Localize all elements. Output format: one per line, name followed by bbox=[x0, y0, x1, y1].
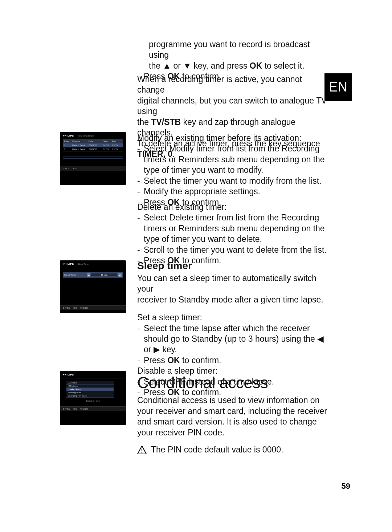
tvstb-keyword: TV/STB bbox=[151, 117, 181, 127]
text: Modify the appropriate settings. bbox=[144, 186, 330, 197]
brand-label: PHILIPS bbox=[60, 132, 77, 137]
list-item: IRD status bbox=[66, 385, 114, 388]
ok-keyword: OK bbox=[167, 356, 180, 365]
text: Select Modify timer from list from the R… bbox=[144, 143, 330, 175]
dash: - bbox=[137, 186, 144, 197]
shot3-buttons: BACK OK MENU bbox=[60, 406, 126, 411]
cell: 1 bbox=[64, 144, 72, 146]
text: Press bbox=[144, 356, 167, 365]
text: key. bbox=[160, 345, 177, 354]
text: Select the time lapse after which the re… bbox=[144, 324, 317, 344]
table-row: 2 Default Servic 25/01/00 03:55 05:55 bbox=[63, 147, 123, 151]
warning-text: The PIN code default value is 0000. bbox=[151, 444, 283, 455]
brand-label: PHILIPS bbox=[60, 371, 77, 376]
text: When a recording timer is active, you ca… bbox=[137, 74, 330, 96]
sleep-timer-value: 15 min bbox=[91, 273, 117, 276]
text: Select Delete timer from list from the R… bbox=[144, 212, 330, 244]
th-prog: Prog bbox=[64, 140, 72, 142]
cell: 03:55 bbox=[103, 148, 112, 150]
svg-point-2 bbox=[142, 452, 143, 453]
text: the bbox=[149, 61, 163, 70]
th-start: Start bbox=[103, 140, 112, 142]
page-number: 59 bbox=[342, 482, 350, 491]
cell: 04:55 bbox=[103, 144, 112, 146]
shot2-buttons: BACK OK MENU bbox=[60, 305, 126, 310]
sleep-timer-label: Sleep Timer bbox=[64, 274, 87, 276]
text: the ▲ or ▼ key, and press OK to select i… bbox=[149, 61, 330, 71]
list-item: Message List bbox=[66, 391, 114, 394]
dash: - bbox=[137, 212, 144, 244]
cell: 25/01/00 bbox=[89, 144, 103, 146]
text: receiver to Standby mode after a given t… bbox=[137, 295, 330, 305]
left-arrow-icon: ◀ bbox=[317, 334, 324, 344]
dash: - bbox=[137, 143, 144, 175]
text: or bbox=[171, 61, 183, 70]
cell: 05:55 bbox=[112, 144, 121, 146]
list-item: Loader Status bbox=[66, 388, 114, 391]
text: Select the time lapse after which the re… bbox=[144, 323, 330, 355]
left-arrow-icon: ◀ bbox=[87, 273, 90, 277]
list-item: CA status bbox=[66, 381, 114, 385]
sleep-timer-heading: Sleep timer bbox=[137, 259, 330, 272]
cell: Default Servic bbox=[72, 144, 89, 146]
table-row bbox=[63, 157, 123, 159]
text: Select the timer you want to modify from… bbox=[144, 176, 330, 186]
cell: 25/01/00 bbox=[89, 148, 103, 150]
th-date: Date bbox=[89, 140, 103, 142]
list-item: Changing PIN code bbox=[66, 394, 114, 398]
ok-keyword: OK bbox=[250, 61, 262, 70]
screenshot-recording-timers: PHILIPS Recording timers Prog Channel Da… bbox=[60, 132, 126, 185]
down-arrow-icon: ▼ bbox=[183, 61, 191, 70]
dash: - bbox=[137, 323, 144, 355]
cell: 2 bbox=[64, 148, 72, 150]
text: or bbox=[144, 345, 154, 354]
cell: 05:55 bbox=[112, 148, 121, 150]
th-end: End bbox=[112, 140, 121, 142]
conditional-access-heading: Conditional access bbox=[137, 373, 330, 393]
shot2-title: Sleep Timer bbox=[77, 263, 89, 265]
brand-label: PHILIPS bbox=[60, 260, 77, 265]
text: programme you want to record is broadcas… bbox=[149, 39, 330, 61]
dash: - bbox=[137, 176, 144, 186]
text: Set a sleep timer: bbox=[137, 312, 330, 323]
text: Delete an existing timer: bbox=[137, 202, 330, 212]
text: You can set a sleep timer to automatical… bbox=[137, 273, 330, 295]
table-row: 1 Default Servic 25/01/00 04:55 05:55 bbox=[63, 143, 123, 147]
dash: - bbox=[137, 245, 144, 255]
text: to confirm. bbox=[180, 356, 221, 365]
text: Conditional access is used to view infor… bbox=[137, 395, 330, 438]
screenshot-conditional-access: PHILIPS CA status IRD status Loader Stat… bbox=[60, 371, 126, 425]
cell: Default Servic bbox=[72, 148, 89, 150]
table-header: Prog Channel Date Start End bbox=[63, 139, 123, 143]
dash: - bbox=[137, 355, 144, 366]
th-channel: Channel bbox=[72, 140, 89, 142]
text: to select it. bbox=[262, 61, 304, 70]
text: Modify an existing timer before its acti… bbox=[137, 133, 330, 143]
up-arrow-icon: ▲ bbox=[163, 61, 171, 70]
text: Press OK to confirm. bbox=[144, 355, 330, 366]
text: the bbox=[137, 117, 151, 127]
text: key, and press bbox=[191, 61, 250, 70]
screenshot-sleep-timer: PHILIPS Sleep Timer Sleep Timer ◀ 15 min… bbox=[60, 260, 126, 313]
right-arrow-icon: ▶ bbox=[118, 273, 122, 277]
text: digital channels, but you can switch to … bbox=[137, 96, 330, 117]
shot1-buttons: BACK OK bbox=[60, 166, 126, 171]
text: Scroll to the timer you want to delete f… bbox=[144, 245, 330, 255]
right-arrow-icon: ▶ bbox=[154, 345, 160, 354]
shot1-title: Recording timers bbox=[77, 135, 94, 137]
warning-icon bbox=[137, 446, 147, 454]
